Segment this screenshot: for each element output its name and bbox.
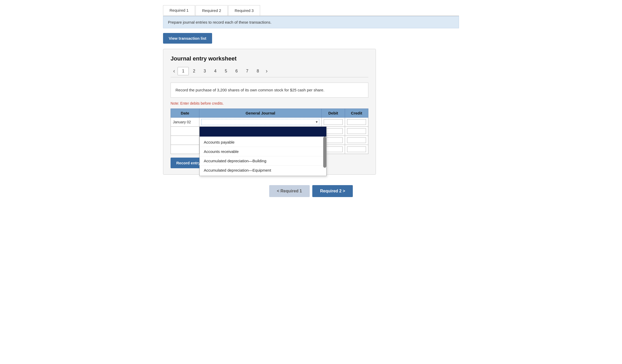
credit-input-3[interactable] — [347, 137, 366, 143]
credit-input-1[interactable] — [347, 119, 366, 125]
table-row: January 02 ▼ — [171, 118, 368, 127]
page-prev-arrow[interactable]: ‹ — [171, 67, 178, 76]
journal-cell-1[interactable]: ▼ Accounts payable Accounts re — [199, 118, 322, 127]
date-cell-3 — [171, 136, 199, 145]
nav-next-button[interactable]: Required 2 > — [312, 185, 353, 197]
page-1[interactable]: 1 — [178, 67, 189, 75]
page-2[interactable]: 2 — [189, 67, 199, 75]
debit-cell-1[interactable] — [322, 118, 345, 127]
nav-prev-button[interactable]: < Required 1 — [269, 185, 310, 197]
debit-input-1[interactable] — [324, 119, 343, 125]
worksheet-title: Journal entry worksheet — [171, 55, 368, 62]
credit-cell-2[interactable] — [345, 127, 368, 136]
dropdown-item-1[interactable]: Accounts receivable — [200, 147, 326, 156]
dropdown-item-3[interactable]: Accumulated depreciation—Equipment — [200, 166, 326, 175]
note-text: Note: Enter debits before credits. — [171, 101, 368, 105]
dropdown-search-input[interactable] — [202, 130, 324, 134]
tabs-bar: Required 1 Required 2 Required 3 — [163, 5, 459, 16]
date-cell-4 — [171, 145, 199, 154]
credit-cell-1[interactable] — [345, 118, 368, 127]
dropdown-scroll-handle[interactable] — [323, 137, 326, 168]
tab-required-1[interactable]: Required 1 — [163, 5, 195, 16]
credit-cell-4[interactable] — [345, 145, 368, 154]
page-next-arrow[interactable]: › — [263, 67, 270, 76]
pagination: ‹ 1 2 3 4 5 6 7 8 › — [171, 67, 368, 77]
date-cell-2 — [171, 127, 199, 136]
col-credit: Credit — [345, 109, 368, 118]
dropdown-overlay: Accounts payable Accounts receivable Acc… — [199, 126, 327, 176]
page-3[interactable]: 3 — [199, 67, 210, 75]
tab-required-3[interactable]: Required 3 — [228, 5, 260, 16]
dropdown-item-0[interactable]: Accounts payable — [200, 138, 326, 147]
col-debit: Debit — [322, 109, 345, 118]
col-general-journal: General Journal — [199, 109, 322, 118]
journal-input-1[interactable] — [201, 119, 319, 125]
dropdown-items-list: Accounts payable Accounts receivable Acc… — [200, 137, 326, 176]
dropdown-item-2[interactable]: Accumulated depreciation—Building — [200, 156, 326, 166]
date-cell-1: January 02 — [171, 118, 199, 127]
page-7[interactable]: 7 — [242, 67, 253, 75]
tab-required-2[interactable]: Required 2 — [195, 5, 227, 16]
page-5[interactable]: 5 — [221, 67, 231, 75]
info-bar: Prepare journal entries to record each o… — [163, 16, 459, 28]
bottom-navigation: < Required 1 Required 2 > — [163, 185, 459, 197]
page-4[interactable]: 4 — [210, 67, 221, 75]
page-6[interactable]: 6 — [231, 67, 242, 75]
credit-cell-3[interactable] — [345, 136, 368, 145]
worksheet-container: Journal entry worksheet ‹ 1 2 3 4 5 6 7 … — [163, 49, 376, 175]
credit-input-4[interactable] — [347, 146, 366, 152]
transaction-description: Record the purchase of 3,200 shares of i… — [171, 83, 368, 98]
credit-input-2[interactable] — [347, 128, 366, 134]
journal-table: Date General Journal Debit Credit Januar… — [171, 109, 368, 154]
col-date: Date — [171, 109, 199, 118]
dropdown-search-bar — [200, 127, 326, 137]
view-transaction-button[interactable]: View transaction list — [163, 33, 212, 44]
page-8[interactable]: 8 — [253, 67, 263, 75]
